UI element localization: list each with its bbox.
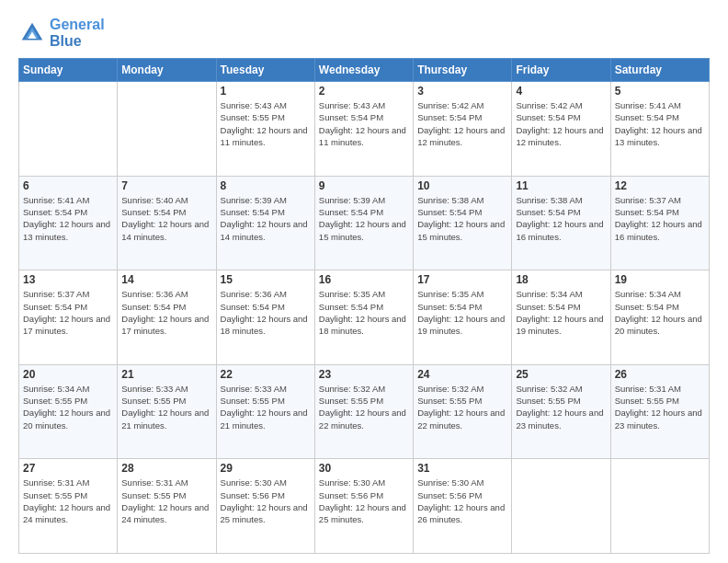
weekday-header-friday: Friday [512,59,610,82]
calendar-cell: 18Sunrise: 5:34 AMSunset: 5:54 PMDayligh… [512,270,610,365]
calendar-cell: 17Sunrise: 5:35 AMSunset: 5:54 PMDayligh… [414,270,512,365]
day-detail: Sunrise: 5:40 AMSunset: 5:54 PMDaylight:… [121,194,211,243]
day-detail: Sunrise: 5:32 AMSunset: 5:55 PMDaylight:… [516,383,606,431]
day-number: 30 [319,462,409,475]
day-detail: Sunrise: 5:34 AMSunset: 5:55 PMDaylight:… [23,383,113,431]
day-number: 21 [121,368,211,381]
calendar-cell: 9Sunrise: 5:39 AMSunset: 5:54 PMDaylight… [314,176,413,270]
day-number: 27 [23,462,113,475]
day-detail: Sunrise: 5:35 AMSunset: 5:54 PMDaylight:… [319,288,409,337]
calendar-cell: 23Sunrise: 5:32 AMSunset: 5:55 PMDayligh… [314,364,413,459]
page: General Blue SundayMondayTuesdayWednesda… [0,0,728,563]
weekday-header-thursday: Thursday [414,59,512,82]
day-number: 6 [23,179,113,192]
day-detail: Sunrise: 5:30 AMSunset: 5:56 PMDaylight:… [417,477,507,525]
week-row-1: 1Sunrise: 5:43 AMSunset: 5:55 PMDaylight… [19,82,710,177]
day-detail: Sunrise: 5:31 AMSunset: 5:55 PMDaylight:… [23,477,113,525]
calendar-cell: 26Sunrise: 5:31 AMSunset: 5:55 PMDayligh… [610,364,709,459]
day-number: 22 [221,368,311,381]
day-detail: Sunrise: 5:32 AMSunset: 5:55 PMDaylight:… [319,383,409,431]
day-number: 20 [23,368,113,381]
calendar-cell: 4Sunrise: 5:42 AMSunset: 5:54 PMDaylight… [512,82,610,177]
calendar-cell: 3Sunrise: 5:42 AMSunset: 5:54 PMDaylight… [414,82,512,177]
calendar-cell [512,459,610,554]
day-number: 14 [121,273,211,286]
logo-icon [18,19,46,47]
day-number: 1 [221,85,311,98]
day-number: 18 [516,273,606,286]
calendar-cell: 22Sunrise: 5:33 AMSunset: 5:55 PMDayligh… [216,364,314,459]
day-detail: Sunrise: 5:41 AMSunset: 5:54 PMDaylight:… [615,99,705,148]
day-detail: Sunrise: 5:30 AMSunset: 5:56 PMDaylight:… [319,477,409,525]
calendar-cell: 1Sunrise: 5:43 AMSunset: 5:55 PMDaylight… [216,82,314,177]
day-detail: Sunrise: 5:33 AMSunset: 5:55 PMDaylight:… [221,383,311,431]
calendar-cell: 7Sunrise: 5:40 AMSunset: 5:54 PMDaylight… [118,176,216,270]
calendar-cell [118,82,216,177]
day-detail: Sunrise: 5:42 AMSunset: 5:54 PMDaylight:… [516,99,606,148]
day-detail: Sunrise: 5:34 AMSunset: 5:54 PMDaylight:… [516,288,606,337]
day-detail: Sunrise: 5:39 AMSunset: 5:54 PMDaylight:… [221,194,311,243]
day-number: 17 [417,273,507,286]
day-number: 15 [221,273,311,286]
calendar-cell: 21Sunrise: 5:33 AMSunset: 5:55 PMDayligh… [118,364,216,459]
calendar-cell: 28Sunrise: 5:31 AMSunset: 5:55 PMDayligh… [118,459,216,554]
day-detail: Sunrise: 5:32 AMSunset: 5:55 PMDaylight:… [417,383,507,431]
calendar-cell: 15Sunrise: 5:36 AMSunset: 5:54 PMDayligh… [216,270,314,365]
day-detail: Sunrise: 5:34 AMSunset: 5:54 PMDaylight:… [615,288,705,337]
calendar-cell: 16Sunrise: 5:35 AMSunset: 5:54 PMDayligh… [314,270,413,365]
day-detail: Sunrise: 5:42 AMSunset: 5:54 PMDaylight:… [417,99,507,148]
calendar-cell: 14Sunrise: 5:36 AMSunset: 5:54 PMDayligh… [118,270,216,365]
calendar-cell: 2Sunrise: 5:43 AMSunset: 5:54 PMDaylight… [314,82,413,177]
calendar-cell: 25Sunrise: 5:32 AMSunset: 5:55 PMDayligh… [512,364,610,459]
calendar-cell: 12Sunrise: 5:37 AMSunset: 5:54 PMDayligh… [610,176,709,270]
calendar-cell: 24Sunrise: 5:32 AMSunset: 5:55 PMDayligh… [414,364,512,459]
day-number: 12 [615,179,705,192]
day-detail: Sunrise: 5:38 AMSunset: 5:54 PMDaylight:… [516,194,606,243]
day-number: 25 [516,368,606,381]
calendar-cell: 13Sunrise: 5:37 AMSunset: 5:54 PMDayligh… [19,270,118,365]
day-detail: Sunrise: 5:43 AMSunset: 5:54 PMDaylight:… [319,99,409,148]
weekday-header-saturday: Saturday [610,59,709,82]
day-detail: Sunrise: 5:36 AMSunset: 5:54 PMDaylight:… [221,288,311,337]
day-number: 28 [121,462,211,475]
day-detail: Sunrise: 5:43 AMSunset: 5:55 PMDaylight:… [221,99,311,148]
day-number: 19 [615,273,705,286]
calendar-cell: 6Sunrise: 5:41 AMSunset: 5:54 PMDaylight… [19,176,118,270]
day-number: 3 [417,85,507,98]
day-number: 31 [417,462,507,475]
day-number: 10 [417,179,507,192]
calendar-cell [610,459,709,554]
week-row-4: 20Sunrise: 5:34 AMSunset: 5:55 PMDayligh… [19,364,710,459]
day-detail: Sunrise: 5:31 AMSunset: 5:55 PMDaylight:… [615,383,705,431]
week-row-5: 27Sunrise: 5:31 AMSunset: 5:55 PMDayligh… [19,459,710,554]
calendar-cell: 5Sunrise: 5:41 AMSunset: 5:54 PMDaylight… [610,82,709,177]
week-row-3: 13Sunrise: 5:37 AMSunset: 5:54 PMDayligh… [19,270,710,365]
day-number: 9 [319,179,409,192]
week-row-2: 6Sunrise: 5:41 AMSunset: 5:54 PMDaylight… [19,176,710,270]
day-detail: Sunrise: 5:38 AMSunset: 5:54 PMDaylight:… [417,194,507,243]
day-number: 11 [516,179,606,192]
day-detail: Sunrise: 5:41 AMSunset: 5:54 PMDaylight:… [23,194,113,243]
day-number: 2 [319,85,409,98]
day-number: 24 [417,368,507,381]
calendar-cell [19,82,118,177]
day-detail: Sunrise: 5:37 AMSunset: 5:54 PMDaylight:… [23,288,113,337]
day-number: 16 [319,273,409,286]
calendar: SundayMondayTuesdayWednesdayThursdayFrid… [18,58,710,554]
weekday-header-wednesday: Wednesday [314,59,413,82]
day-detail: Sunrise: 5:37 AMSunset: 5:54 PMDaylight:… [615,194,705,243]
day-number: 7 [121,179,211,192]
calendar-cell: 27Sunrise: 5:31 AMSunset: 5:55 PMDayligh… [19,459,118,554]
day-number: 26 [615,368,705,381]
calendar-header-row: SundayMondayTuesdayWednesdayThursdayFrid… [19,59,710,82]
day-number: 5 [615,85,705,98]
weekday-header-monday: Monday [118,59,216,82]
day-number: 13 [23,273,113,286]
calendar-cell: 10Sunrise: 5:38 AMSunset: 5:54 PMDayligh… [414,176,512,270]
logo: General Blue [18,17,105,49]
calendar-cell: 20Sunrise: 5:34 AMSunset: 5:55 PMDayligh… [19,364,118,459]
calendar-cell: 11Sunrise: 5:38 AMSunset: 5:54 PMDayligh… [512,176,610,270]
day-detail: Sunrise: 5:36 AMSunset: 5:54 PMDaylight:… [121,288,211,337]
day-number: 8 [221,179,311,192]
calendar-cell: 8Sunrise: 5:39 AMSunset: 5:54 PMDaylight… [216,176,314,270]
